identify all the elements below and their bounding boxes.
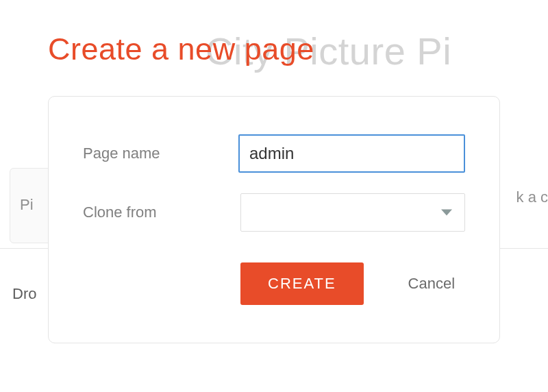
dialog-buttons: CREATE Cancel [83, 262, 465, 305]
clone-from-row: Clone from [83, 193, 465, 232]
background-drop-text: Dro [12, 285, 36, 303]
cancel-button[interactable]: Cancel [408, 275, 455, 293]
background-right-text: k a c [516, 188, 548, 206]
create-button[interactable]: CREATE [240, 262, 364, 305]
create-page-dialog: Page name Clone from CREATE Cancel [48, 96, 500, 343]
chevron-down-icon [441, 210, 452, 216]
page-name-input[interactable] [238, 134, 465, 173]
page-name-label: Page name [83, 145, 238, 162]
background-box-text: Pi [20, 196, 34, 213]
clone-from-select[interactable] [240, 193, 465, 232]
page-name-row: Page name [83, 134, 465, 173]
dialog-title: Create a new page [48, 32, 314, 67]
clone-from-label: Clone from [83, 204, 240, 221]
